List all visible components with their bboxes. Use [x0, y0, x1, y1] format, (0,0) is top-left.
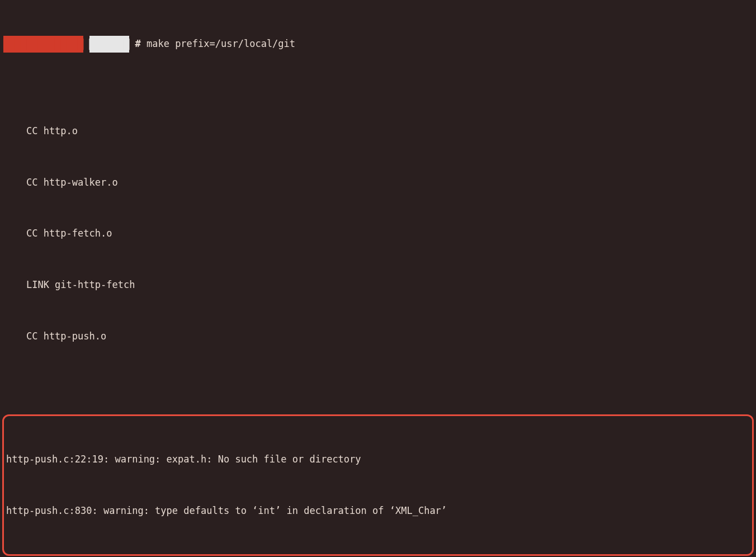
command-text: make prefix=/usr/local/git: [147, 38, 295, 49]
output-line: CC http-push.o: [0, 328, 756, 345]
output-line: CC http-walker.o: [0, 174, 756, 191]
output-line: CC http-fetch.o: [0, 225, 756, 242]
output-line: http-push.c:830: warning: type defaults …: [5, 502, 751, 520]
prompt-path-redacted: ██ █ ██: [89, 36, 130, 53]
terminal[interactable]: ████ ██ ██████ ██ █ ██ # make prefix=/us…: [0, 0, 756, 557]
output-pre-highlight: CC http.o CC http-walker.o CC http-fetch…: [0, 88, 756, 379]
highlighted-warnings-box: http-push.c:22:19: warning: expat.h: No …: [2, 414, 754, 556]
prompt-line: ████ ██ ██████ ██ █ ██ # make prefix=/us…: [0, 34, 756, 54]
output-line: http-push.c:22:19: warning: expat.h: No …: [5, 451, 751, 468]
prompt-separator: #: [135, 38, 140, 49]
output-line: LINK git-http-fetch: [0, 276, 756, 294]
prompt-host-redacted: ████ ██ ██████: [3, 36, 83, 53]
output-line: CC http.o: [0, 122, 756, 140]
